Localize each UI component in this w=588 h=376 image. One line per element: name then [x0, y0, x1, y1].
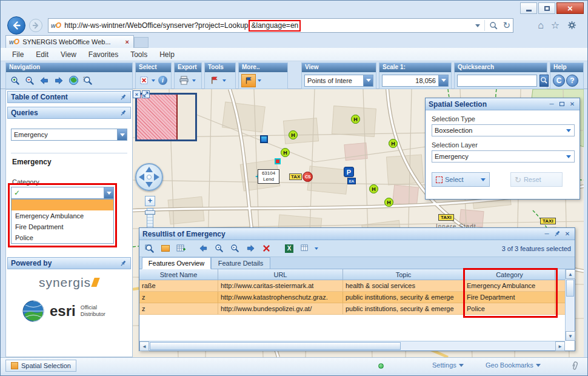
window-titlebar[interactable]: ×	[1, 1, 587, 16]
menu-tools[interactable]: Tools	[125, 49, 153, 60]
select-button[interactable]: Select	[432, 172, 490, 187]
window-close-button[interactable]: ×	[556, 2, 584, 14]
queries-panel-header[interactable]: Queries	[7, 107, 131, 119]
hospital-marker[interactable]: H	[289, 130, 298, 139]
hospital-marker[interactable]: H	[369, 184, 378, 193]
selection-type-select[interactable]: Boxselection	[432, 124, 575, 136]
geo-bookmarks-menu[interactable]: Geo Bookmarks	[486, 361, 541, 369]
tab-close-icon[interactable]: ×	[124, 38, 130, 45]
scroll-down-icon[interactable]: ▼	[566, 331, 575, 341]
overview-resize-icon[interactable]	[142, 90, 150, 98]
attachment-paperclip-icon[interactable]	[569, 360, 581, 374]
menu-help[interactable]: Help	[154, 49, 180, 60]
selection-type-caret[interactable]	[566, 129, 571, 132]
horizontal-scroll-thumb[interactable]	[150, 342, 401, 350]
hospital-marker[interactable]: H	[351, 115, 360, 124]
search-icon[interactable]	[489, 21, 498, 30]
browser-back-button[interactable]	[7, 16, 25, 35]
window-maximize-button[interactable]	[538, 2, 555, 14]
active-tool-highlight[interactable]	[241, 74, 256, 87]
table-row[interactable]: z http://www.bundespolizei.gv.at/ public…	[139, 303, 565, 315]
cell-street-name[interactable]: z	[139, 303, 218, 314]
quicksearch-input[interactable]	[457, 75, 537, 87]
print-icon[interactable]	[177, 74, 190, 87]
zoom-in-icon[interactable]	[8, 74, 22, 87]
zoom-out-icon[interactable]	[23, 74, 36, 87]
select-button-caret[interactable]	[481, 178, 486, 181]
scale-select[interactable]: 18,056	[382, 75, 449, 87]
resultlist-pin-icon[interactable]	[553, 230, 561, 238]
settings-menu[interactable]: Settings	[432, 361, 464, 369]
query-select-caret[interactable]	[117, 129, 127, 140]
browser-tab[interactable]: wO SYNERGIS WebOffice Web... ×	[5, 35, 134, 48]
refresh-icon[interactable]: ↻	[503, 20, 510, 31]
table-row[interactable]: z http://www.katastrophenschutz.graz. pu…	[139, 292, 565, 303]
column-header-street-name[interactable]: Street Name	[139, 269, 218, 280]
overview-map[interactable]	[135, 93, 197, 141]
menu-file[interactable]: File	[7, 49, 29, 60]
new-tab-button[interactable]	[134, 37, 149, 48]
tax-cs-marker[interactable]: TAX CS	[289, 172, 313, 182]
table-row[interactable]: raße http://www.caritas-steiermark.at he…	[139, 280, 565, 292]
first-feature-icon[interactable]	[196, 242, 210, 255]
select-dropdown-icon[interactable]	[152, 79, 155, 82]
menu-edit[interactable]: Edit	[30, 49, 54, 60]
powered-by-header[interactable]: Powered by	[7, 257, 131, 269]
zoom-slider-handle[interactable]	[145, 210, 155, 215]
cell-category[interactable]: Emergency Ambulance	[464, 280, 555, 291]
pan-north-icon[interactable]	[145, 167, 153, 172]
previous-feature-icon[interactable]	[212, 242, 226, 255]
dropdown-option-blank[interactable]	[12, 200, 113, 210]
menu-view[interactable]: View	[55, 49, 82, 60]
cell-street-name[interactable]: raße	[139, 280, 218, 291]
cell-topic[interactable]: public institutions, security & emerge	[343, 303, 464, 314]
dropdown-option-fire[interactable]: Fire Department	[12, 221, 113, 232]
toc-pin-icon[interactable]	[119, 93, 127, 101]
hospital-marker[interactable]: H	[384, 198, 393, 207]
tab-feature-details[interactable]: Feature Details	[211, 257, 270, 269]
add-to-table-icon[interactable]	[175, 242, 188, 255]
parking-sign[interactable]: P EA	[344, 167, 356, 184]
favorites-star-icon[interactable]: ☆	[551, 20, 560, 31]
table-vertical-scrollbar[interactable]: ▲ ▼	[565, 269, 575, 341]
vertical-scroll-thumb[interactable]	[566, 280, 574, 297]
address-bar-input[interactable]: wO http://w-ws-wintner/WebOffice/synserv…	[48, 18, 513, 33]
scroll-left-icon[interactable]: ◄	[139, 341, 149, 351]
flag-tool-icon[interactable]	[207, 74, 221, 87]
highlight-selection-icon[interactable]	[159, 242, 172, 255]
panel-minimize-icon[interactable]: ─	[547, 100, 556, 109]
cell-url[interactable]: http://www.caritas-steiermark.at	[218, 280, 343, 291]
pan-east-icon[interactable]	[154, 173, 159, 181]
column-header-category[interactable]: Category	[464, 269, 555, 280]
hospital-marker[interactable]: H	[281, 148, 290, 157]
pan-center-icon[interactable]	[147, 175, 152, 180]
window-minimize-button[interactable]	[520, 2, 537, 14]
map-pan-control[interactable]	[135, 163, 163, 191]
column-header-topic[interactable]: Topic	[343, 269, 464, 280]
map-canvas[interactable]: × + H H H H H H + 63104Lend TAX CS	[133, 89, 584, 357]
resultlist-close-icon[interactable]: ✕	[563, 230, 572, 238]
scale-select-caret[interactable]	[438, 75, 448, 86]
cell-street-name[interactable]: z	[139, 292, 218, 303]
category-select-caret[interactable]	[104, 187, 113, 198]
toc-panel-header[interactable]: Table of Content	[7, 91, 131, 103]
next-extent-icon[interactable]	[52, 74, 65, 87]
context-help-button[interactable]: C	[553, 75, 565, 87]
browser-forward-button[interactable]	[29, 19, 42, 32]
overview-close-icon[interactable]: ×	[133, 90, 141, 98]
cell-url[interactable]: http://www.bundespolizei.gv.at/	[218, 303, 343, 314]
category-select[interactable]: ✓	[11, 187, 114, 199]
zoom-to-selected-icon[interactable]	[143, 242, 156, 255]
table-export-caret[interactable]	[315, 247, 318, 250]
quicksearch-button[interactable]	[540, 75, 549, 87]
dropdown-option-ambulance[interactable]: Emergency Ambulance	[12, 210, 113, 221]
cell-category[interactable]: Fire Department	[464, 292, 555, 303]
queries-pin-icon[interactable]	[119, 109, 127, 117]
info-icon[interactable]: i	[157, 74, 169, 87]
scroll-right-icon[interactable]: ►	[555, 341, 565, 351]
pan-west-icon[interactable]	[139, 173, 144, 181]
station-marker[interactable]	[260, 135, 268, 143]
pan-south-icon[interactable]	[145, 182, 153, 187]
view-select[interactable]: Points of Intere	[304, 75, 373, 87]
powered-pin-icon[interactable]	[119, 259, 127, 267]
